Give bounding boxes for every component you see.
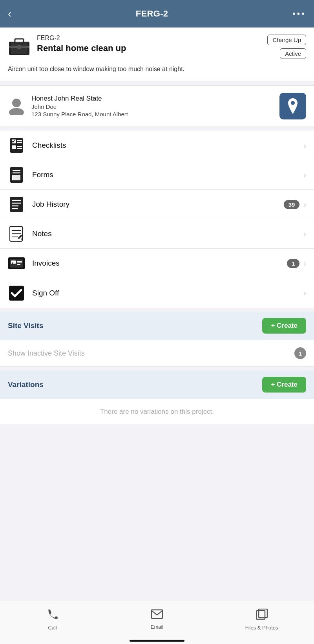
job-id: FERG-2 bbox=[37, 35, 263, 42]
active-badge[interactable]: Active bbox=[280, 48, 306, 59]
svg-rect-19 bbox=[13, 175, 20, 180]
more-options-button[interactable]: ••• bbox=[292, 9, 306, 19]
checklists-menu-item[interactable]: Checklists › bbox=[0, 131, 314, 160]
call-nav-label: Call bbox=[48, 625, 57, 631]
site-visits-section-header: Site Visits + Create bbox=[0, 312, 314, 340]
job-history-icon bbox=[8, 196, 25, 213]
job-info: FERG-2 Rental home clean up bbox=[37, 35, 263, 53]
notes-chevron-icon: › bbox=[303, 229, 306, 239]
job-history-menu-item[interactable]: Job History 39 › bbox=[0, 190, 314, 219]
sign-off-icon bbox=[8, 284, 25, 302]
sign-off-chevron-icon: › bbox=[303, 288, 306, 297]
checklists-chevron-icon: › bbox=[303, 141, 306, 150]
variations-title: Variations bbox=[8, 380, 44, 389]
svg-rect-21 bbox=[10, 197, 23, 212]
svg-rect-13 bbox=[12, 145, 16, 149]
forms-chevron-icon: › bbox=[303, 171, 306, 180]
customer-info: Honest John Real State John Doe 123 Sunn… bbox=[31, 95, 276, 117]
job-title: Rental home clean up bbox=[37, 43, 263, 53]
sign-off-menu-item[interactable]: Sign Off › bbox=[0, 278, 314, 308]
location-button[interactable] bbox=[279, 93, 306, 119]
forms-icon bbox=[8, 166, 25, 183]
email-icon bbox=[151, 609, 163, 622]
files-photos-icon bbox=[256, 609, 268, 622]
sign-off-label: Sign Off bbox=[32, 289, 303, 297]
checklists-icon bbox=[8, 137, 25, 154]
charge-up-badge[interactable]: Charge Up bbox=[267, 35, 306, 45]
job-history-badge: 39 bbox=[284, 200, 300, 209]
job-description: Aircon unit too close to window making t… bbox=[8, 64, 306, 74]
invoices-chevron-icon: › bbox=[303, 259, 306, 268]
job-card: FERG-2 Rental home clean up Charge Up Ac… bbox=[0, 28, 314, 81]
notes-icon bbox=[8, 225, 25, 242]
site-visits-create-button[interactable]: + Create bbox=[262, 318, 306, 334]
call-nav-item[interactable]: Call bbox=[0, 609, 105, 631]
email-nav-label: Email bbox=[151, 624, 164, 630]
invoices-menu-item[interactable]: $ Invoices 1 › bbox=[0, 249, 314, 278]
forms-menu-item[interactable]: Forms › bbox=[0, 160, 314, 190]
svg-rect-3 bbox=[15, 39, 24, 43]
invoices-badge: 1 bbox=[287, 259, 299, 268]
variations-empty-message: There are no variations on this project. bbox=[0, 399, 314, 424]
header: ‹ FERG-2 ••• bbox=[0, 0, 314, 28]
variations-section-header: Variations + Create bbox=[0, 371, 314, 399]
svg-point-7 bbox=[9, 108, 24, 115]
files-photos-nav-label: Files & Photos bbox=[245, 625, 278, 631]
checklists-label: Checklists bbox=[32, 141, 303, 150]
menu-section: Checklists › Forms › Job H bbox=[0, 131, 314, 308]
invoices-icon: $ bbox=[8, 255, 25, 272]
invoices-label: Invoices bbox=[32, 259, 287, 268]
home-indicator bbox=[130, 640, 184, 642]
notes-label: Notes bbox=[32, 229, 303, 238]
job-history-chevron-icon: › bbox=[303, 200, 306, 209]
customer-address: 123 Sunny Place Road, Mount Albert bbox=[31, 111, 276, 117]
forms-label: Forms bbox=[32, 171, 303, 179]
bottom-nav: Call Email Files & Photos bbox=[0, 601, 314, 644]
customer-avatar-icon bbox=[8, 97, 25, 115]
job-history-label: Job History bbox=[32, 200, 284, 209]
svg-point-6 bbox=[12, 99, 21, 107]
job-badges: Charge Up Active bbox=[267, 35, 306, 59]
inactive-site-visits-row[interactable]: Show Inactive Site Visits 1 bbox=[0, 340, 314, 367]
notes-menu-item[interactable]: Notes › bbox=[0, 219, 314, 249]
briefcase-icon bbox=[8, 35, 31, 56]
customer-name: John Doe bbox=[31, 103, 276, 110]
svg-rect-5 bbox=[18, 45, 21, 49]
site-visits-title: Site Visits bbox=[8, 321, 43, 330]
variations-create-button[interactable]: + Create bbox=[262, 377, 306, 393]
inactive-site-visits-badge: 1 bbox=[294, 347, 306, 359]
customer-company: Honest John Real State bbox=[31, 95, 276, 103]
svg-point-8 bbox=[291, 101, 295, 105]
call-icon bbox=[47, 609, 58, 622]
svg-text:$: $ bbox=[12, 262, 14, 265]
header-title: FERG-2 bbox=[136, 9, 168, 19]
inactive-site-visits-label: Show Inactive Site Visits bbox=[8, 349, 85, 358]
files-photos-nav-item[interactable]: Files & Photos bbox=[209, 609, 314, 631]
svg-rect-40 bbox=[152, 610, 162, 618]
email-nav-item[interactable]: Email bbox=[105, 609, 210, 630]
variations-section: Variations + Create There are no variati… bbox=[0, 371, 314, 424]
back-button[interactable]: ‹ bbox=[8, 8, 11, 19]
customer-card: Honest John Real State John Doe 123 Sunn… bbox=[0, 85, 314, 127]
